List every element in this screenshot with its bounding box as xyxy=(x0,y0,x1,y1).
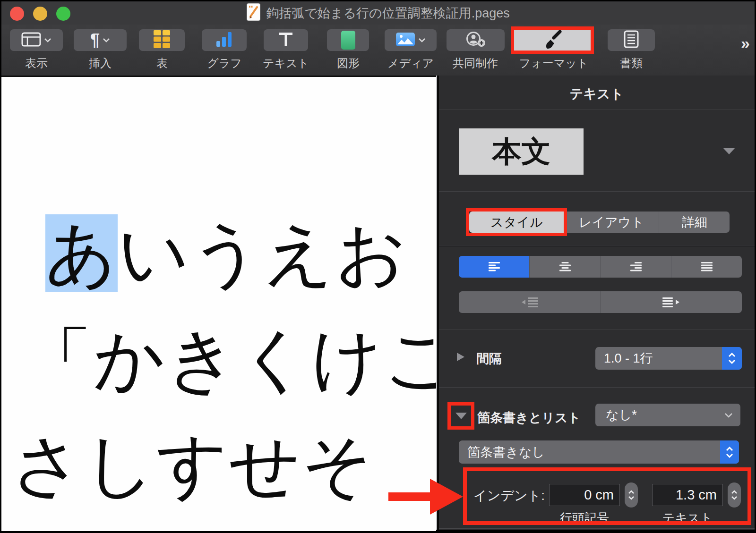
tab-more[interactable]: 詳細 xyxy=(659,212,730,233)
selected-text: あ xyxy=(45,214,118,292)
document-text-line: 「かきくけこ xyxy=(23,324,436,394)
divider xyxy=(439,191,755,192)
inspector-tabs: スタイル レイアウト 詳細 xyxy=(469,212,730,233)
spacing-value: 1.0 - 1行 xyxy=(595,350,722,367)
document-canvas[interactable]: あいうえお 「かきくけこ さしすせそ xyxy=(1,76,436,531)
minimize-window-button[interactable] xyxy=(33,7,47,21)
bullets-dropdown[interactable]: なし* xyxy=(595,404,740,426)
divider xyxy=(439,330,755,330)
align-center-icon xyxy=(558,262,572,272)
bullet-type-value: 箇条書きなし xyxy=(459,444,720,461)
align-justify-button[interactable] xyxy=(671,256,742,278)
document-button[interactable] xyxy=(608,29,655,51)
decrease-indent-icon xyxy=(520,297,540,307)
collaborate-button-label: 共同制作 xyxy=(453,56,498,71)
align-right-button[interactable] xyxy=(601,256,671,278)
text-button[interactable] xyxy=(264,29,308,51)
chevron-down-icon xyxy=(44,36,52,44)
view-layout-icon xyxy=(21,32,41,49)
zoom-window-button[interactable] xyxy=(56,7,70,21)
text-indent-value: 1.3 cm xyxy=(676,487,717,503)
document-outline-icon xyxy=(624,30,639,50)
media-button-label: メディア xyxy=(387,56,434,71)
paragraph-style-button[interactable]: 本文 xyxy=(459,128,584,175)
increase-indent-button[interactable] xyxy=(601,291,742,313)
align-center-button[interactable] xyxy=(530,256,601,278)
collaborate-person-icon xyxy=(465,31,486,50)
format-button[interactable] xyxy=(514,30,591,51)
annotation-arrow-head xyxy=(430,479,463,515)
indent-control xyxy=(459,291,742,313)
decrease-indent-button[interactable] xyxy=(459,291,601,313)
media-button[interactable] xyxy=(385,29,437,51)
document-text-line: さしすせそ xyxy=(11,430,374,500)
stepper-chevrons-icon xyxy=(725,446,734,459)
shape-icon xyxy=(341,31,355,50)
insert-button-label: 挿入 xyxy=(89,56,112,71)
chevron-down-icon xyxy=(418,36,426,44)
chart-button-label: グラフ xyxy=(207,56,242,71)
tab-style[interactable]: スタイル xyxy=(469,212,564,233)
align-justify-icon xyxy=(700,262,713,272)
paragraph-style-chevron-icon[interactable] xyxy=(723,148,735,154)
chevron-down-icon xyxy=(724,413,740,418)
chevron-up-icon xyxy=(628,490,635,494)
divider xyxy=(439,528,755,529)
shape-button-label: 図形 xyxy=(337,56,360,71)
align-right-icon xyxy=(629,262,643,272)
close-window-button[interactable] xyxy=(10,7,24,21)
table-button[interactable] xyxy=(139,29,185,51)
view-button-label: 表示 xyxy=(25,56,48,71)
toolbar-overflow-button[interactable]: » xyxy=(741,34,750,52)
text-t-icon xyxy=(278,31,294,49)
bullet-indent-stepper[interactable] xyxy=(625,482,638,508)
spacing-disclosure-icon[interactable] xyxy=(457,353,464,361)
spacing-stepper[interactable] xyxy=(722,347,742,370)
chevron-up-icon xyxy=(731,490,738,494)
bar-chart-icon xyxy=(215,31,233,50)
tab-layout[interactable]: レイアウト xyxy=(564,212,660,233)
chevron-down-icon xyxy=(731,496,738,500)
media-photo-icon xyxy=(395,32,415,49)
bullets-value: なし* xyxy=(595,406,724,423)
window-title: 鉤括弧で始まる行の位置調整検証用.pages xyxy=(266,5,510,22)
text-indent-stepper[interactable] xyxy=(728,482,741,508)
pages-window: { "window": { "title": "鉤括弧で始まる行の位置調整検証用… xyxy=(0,0,756,533)
text-indent-caption: テキスト xyxy=(652,510,723,526)
table-button-label: 表 xyxy=(156,56,168,71)
chart-button[interactable] xyxy=(202,29,247,51)
format-brush-icon xyxy=(542,30,563,51)
shape-button[interactable] xyxy=(327,29,369,51)
spacing-dropdown[interactable]: 1.0 - 1行 xyxy=(595,347,742,370)
align-left-button[interactable] xyxy=(459,256,530,278)
bullet-indent-field[interactable]: 0 cm xyxy=(549,484,620,506)
alignment-control xyxy=(459,256,742,278)
pilcrow-icon: ¶ xyxy=(90,32,100,49)
bullet-indent-caption: 行頭記号 xyxy=(549,510,620,526)
chevron-down-icon xyxy=(103,36,110,44)
stepper-chevrons-icon xyxy=(728,352,736,365)
document-text-line: あいうえお xyxy=(45,219,408,288)
view-button[interactable] xyxy=(10,29,63,51)
format-button-label: フォーマット xyxy=(519,56,589,71)
align-left-icon xyxy=(488,262,501,272)
document-button-label: 書類 xyxy=(620,56,643,71)
collaborate-button[interactable] xyxy=(447,29,505,51)
bullet-type-dropdown[interactable]: 箇条書きなし xyxy=(459,440,739,464)
insert-button[interactable]: ¶ xyxy=(74,29,127,51)
bullet-type-stepper[interactable] xyxy=(720,440,739,464)
text-indent-field[interactable]: 1.3 cm xyxy=(652,484,723,506)
format-button-annotation-box xyxy=(511,26,594,54)
inspector-title: テキスト xyxy=(439,85,755,103)
pages-document-icon xyxy=(246,3,261,24)
annotation-arrow xyxy=(388,492,431,501)
text-button-label: テキスト xyxy=(263,56,309,71)
increase-indent-icon xyxy=(662,297,681,307)
bullet-indent-value: 0 cm xyxy=(584,487,614,503)
toolbar: 表示 ¶ 挿入 表 グラフ xyxy=(1,25,755,76)
title-bar: 鉤括弧で始まる行の位置調整検証用.pages xyxy=(1,1,755,25)
divider xyxy=(439,387,755,388)
chevron-down-icon xyxy=(628,496,635,500)
divider xyxy=(439,110,755,110)
spacing-label: 間隔 xyxy=(476,350,502,367)
